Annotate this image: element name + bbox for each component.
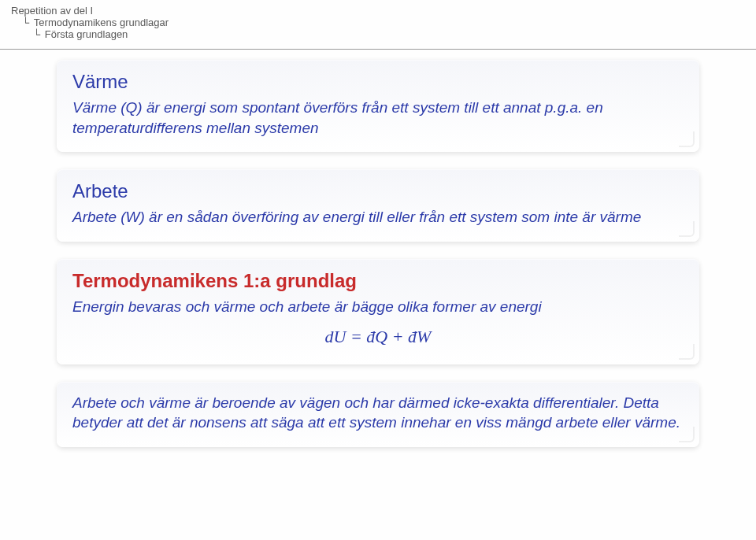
box-grundlag-title: Termodynamikens 1:a grundlag [72, 270, 684, 292]
separator [0, 49, 756, 50]
breadcrumb-line1: Repetition av del I [11, 5, 93, 17]
slide-content: Värme Värme (Q) är energi som spontant ö… [57, 60, 699, 464]
box-note: Arbete och värme är beroende av vägen oc… [57, 382, 699, 447]
box-note-body: Arbete och värme är beroende av vägen oc… [72, 393, 684, 433]
box-grundlag: Termodynamikens 1:a grundlag Energin bev… [57, 259, 699, 364]
box-grundlag-equation: dU = đQ + đW [72, 327, 684, 347]
box-arbete: Arbete Arbete (W) är en sådan överföring… [57, 169, 699, 242]
breadcrumb-tree-1: └ [22, 17, 34, 28]
breadcrumb-line2: Termodynamikens grundlagar [34, 17, 169, 28]
box-varme-title: Värme [72, 71, 684, 93]
box-arbete-body: Arbete (W) är en sådan överföring av ene… [72, 207, 684, 227]
breadcrumb: Repetition av del I └ Termodynamikens gr… [11, 5, 169, 40]
box-grundlag-body: Energin bevaras och värme och arbete är … [72, 297, 684, 317]
breadcrumb-line3: Första grundlagen [45, 28, 128, 40]
box-varme: Värme Värme (Q) är energi som spontant ö… [57, 60, 699, 152]
box-varme-body: Värme (Q) är energi som spontant överför… [72, 98, 684, 138]
box-arbete-title: Arbete [72, 180, 684, 202]
breadcrumb-tree-2: └ [33, 28, 45, 40]
